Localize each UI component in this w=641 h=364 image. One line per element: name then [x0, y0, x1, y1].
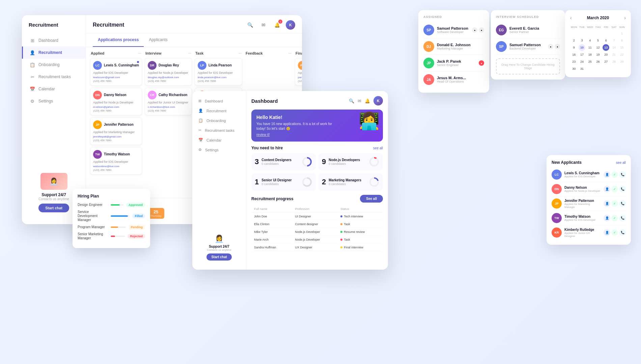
- applicant-action-check[interactable]: ✓: [611, 229, 618, 236]
- progress-see-all-button[interactable]: See all: [360, 195, 383, 203]
- sidebar-item-dashboard[interactable]: ⊞ Dashboard: [22, 34, 86, 47]
- card-pamela[interactable]: PA Pamela A. Allen Applied for Junior UI…: [295, 58, 302, 86]
- card-timothy[interactable]: TW Timothy Watson Applied for iOS Develo…: [90, 147, 142, 175]
- applicant-action-profile[interactable]: 👤: [604, 215, 610, 221]
- hire-card-0[interactable]: 3 Content Designers 0 candidates: [251, 153, 316, 171]
- applicant-action-profile[interactable]: 👤: [604, 171, 610, 178]
- applicant-action-profile[interactable]: 👤: [604, 186, 610, 192]
- cal-day-25[interactable]: 25: [587, 58, 593, 65]
- user-avatar[interactable]: K: [286, 20, 295, 30]
- review-link[interactable]: review it!: [256, 133, 378, 136]
- applicant-action-check[interactable]: ✓: [611, 171, 618, 178]
- action-btn[interactable]: ●: [472, 27, 477, 33]
- card-linda[interactable]: LP Linda Pearson Applied for iOS Develop…: [195, 58, 242, 86]
- dash-search-icon[interactable]: 🔍: [349, 98, 354, 103]
- assigned-person-0[interactable]: SP Samuel Patterson Software Developer ●…: [423, 22, 484, 38]
- assigned-person-3[interactable]: JA Jesus M. Arms... Head Of Operations: [423, 71, 484, 88]
- cal-day-15[interactable]: 15: [619, 44, 625, 51]
- card-cathy[interactable]: CR Cathy Richardson Applied for Junior U…: [145, 88, 192, 115]
- cal-day-1[interactable]: 1: [619, 30, 625, 37]
- assigned-person-1[interactable]: DJ Donald E. Johnson Marketing Manager: [423, 38, 484, 55]
- interview-person-0[interactable]: EG Everett E. Garcia Senior Partner: [496, 22, 560, 38]
- cal-day-26[interactable]: 26: [594, 58, 601, 65]
- progress-row-2[interactable]: Mike Tyler Node.js Developer Resume revi…: [252, 229, 382, 236]
- sidebar-item-onboarding[interactable]: 📋 Onboarding: [22, 59, 86, 71]
- interview-person-1[interactable]: SP Samuel Patterson Backend Developer ● …: [496, 38, 560, 55]
- progress-row-0[interactable]: John Doe UI Designer Tech interview: [252, 213, 382, 220]
- notification-button[interactable]: 🔔3: [272, 20, 282, 30]
- dash-sidebar-tasks[interactable]: ✂ Recruitment tasks: [192, 125, 246, 135]
- search-button[interactable]: 🔍: [245, 20, 255, 30]
- cal-day-21[interactable]: 21: [611, 51, 617, 58]
- hire-see-all[interactable]: see all: [373, 146, 383, 150]
- sidebar-item-tasks[interactable]: ✂ Recruitment tasks: [22, 71, 86, 83]
- progress-row-3[interactable]: Marie Arch Node.js Developer Task: [252, 236, 382, 243]
- cal-day-20[interactable]: 20: [603, 51, 609, 58]
- cal-day-23[interactable]: 23: [570, 58, 577, 65]
- applicant-action-phone[interactable]: 📞: [619, 215, 626, 221]
- sidebar-item-settings[interactable]: ⚙ Settings: [22, 95, 86, 107]
- hire-card-1[interactable]: 9 Node.js Developers 0 candidates: [318, 153, 383, 171]
- applicant-action-check[interactable]: ✓: [611, 200, 618, 207]
- dash-user-avatar[interactable]: K: [373, 96, 383, 105]
- start-chat-button[interactable]: Start chat: [38, 204, 69, 212]
- cal-day-18[interactable]: 18: [587, 51, 593, 58]
- cal-next-button[interactable]: ›: [624, 15, 626, 21]
- action-btn[interactable]: ●: [555, 44, 560, 49]
- sidebar-item-calendar[interactable]: 📅 Calendar: [22, 83, 86, 95]
- applicant-action-phone[interactable]: 📞: [619, 229, 626, 236]
- cal-day-16[interactable]: 16: [570, 51, 577, 58]
- card-jennifer[interactable]: JP Jennifer Patterson Applied for Market…: [90, 117, 142, 145]
- cal-day-29[interactable]: 29: [619, 58, 625, 65]
- cal-day-24[interactable]: 24: [579, 58, 585, 65]
- cal-day-22[interactable]: 22: [619, 51, 625, 58]
- dash-sidebar-dashboard[interactable]: ⊞ Dashboard: [192, 96, 246, 106]
- cal-day-27[interactable]: 27: [603, 58, 609, 65]
- cal-day-3[interactable]: 3: [579, 37, 585, 44]
- tab-applicants[interactable]: Applicants: [144, 33, 172, 47]
- cal-day-19[interactable]: 19: [594, 51, 601, 58]
- dash-sidebar-recruitment[interactable]: 👤 Recruitment: [192, 106, 246, 116]
- cal-day-6[interactable]: 6: [603, 37, 609, 44]
- cal-day-28[interactable]: 28: [611, 58, 617, 65]
- applicant-row-0[interactable]: LC Lewis S. Cunningham Applied for iOS D…: [552, 168, 626, 182]
- cal-day-12[interactable]: 12: [594, 44, 601, 51]
- applicant-row-1[interactable]: DN Danny Nelson Applied for Node.js Deve…: [552, 182, 626, 196]
- hire-card-3[interactable]: 2 Marketing Managers 0 candidates: [318, 173, 383, 191]
- applicant-action-phone[interactable]: 📞: [619, 186, 626, 192]
- dash-mail-icon[interactable]: ✉: [358, 98, 361, 103]
- applicant-row-3[interactable]: TW Timothy Watson Applied for iOS Develo…: [552, 211, 626, 225]
- action-btn[interactable]: ●: [548, 44, 553, 49]
- cal-prev-button[interactable]: ‹: [570, 15, 572, 21]
- dash-sidebar-calendar[interactable]: 📅 Calendar: [192, 135, 246, 145]
- cal-day-17[interactable]: 17: [579, 51, 585, 58]
- mail-button[interactable]: ✉: [259, 20, 268, 30]
- cal-day-10[interactable]: 10: [579, 44, 585, 51]
- cal-day-31[interactable]: 31: [579, 65, 585, 72]
- card-danny[interactable]: DN Danny Nelson Applied for Node.js Deve…: [90, 88, 142, 115]
- progress-row-1[interactable]: Ella Clinton Content designer Task: [252, 221, 382, 228]
- action-btn[interactable]: ●: [479, 27, 484, 33]
- applicant-row-4[interactable]: KR Kimberly Rutledge Applied for Junior …: [552, 225, 626, 240]
- applicant-row-2[interactable]: JP Jennifer Patterson Applied for Market…: [552, 196, 626, 211]
- progress-row-4[interactable]: Sandra Huffman UX Designer Final intervi…: [252, 244, 382, 251]
- cal-day-7[interactable]: 7: [611, 37, 617, 44]
- sidebar-item-recruitment[interactable]: 👤 Recruitment: [22, 47, 86, 59]
- cal-day-30[interactable]: 30: [570, 65, 577, 72]
- assigned-person-2[interactable]: JP Jack P. Panek Senior Engineer ●: [423, 55, 484, 71]
- dash-sidebar-settings[interactable]: ⚙ Settings: [192, 145, 246, 155]
- drag-area[interactable]: Drag Here To Change Candidate Hiring Sta…: [496, 58, 560, 74]
- applicant-action-phone[interactable]: 📞: [619, 171, 626, 178]
- cal-day-4[interactable]: 4: [587, 37, 593, 44]
- dash-sidebar-onboarding[interactable]: 📋 Onboarding: [192, 116, 246, 125]
- dash-bell-icon[interactable]: 🔔: [365, 98, 370, 103]
- applicants-see-all[interactable]: see all: [616, 161, 626, 164]
- cal-day-11[interactable]: 11: [587, 44, 593, 51]
- card-douglas[interactable]: DR Douglas Rey Applied for Node.js Devel…: [145, 58, 192, 86]
- applicant-action-phone[interactable]: 📞: [619, 200, 626, 207]
- tab-applications-process[interactable]: Applications process: [93, 33, 144, 47]
- applicant-action-check[interactable]: ✓: [611, 186, 618, 192]
- cal-day-5[interactable]: 5: [594, 37, 601, 44]
- cal-day-9[interactable]: 9: [570, 44, 577, 51]
- cal-day-8[interactable]: 8: [619, 37, 625, 44]
